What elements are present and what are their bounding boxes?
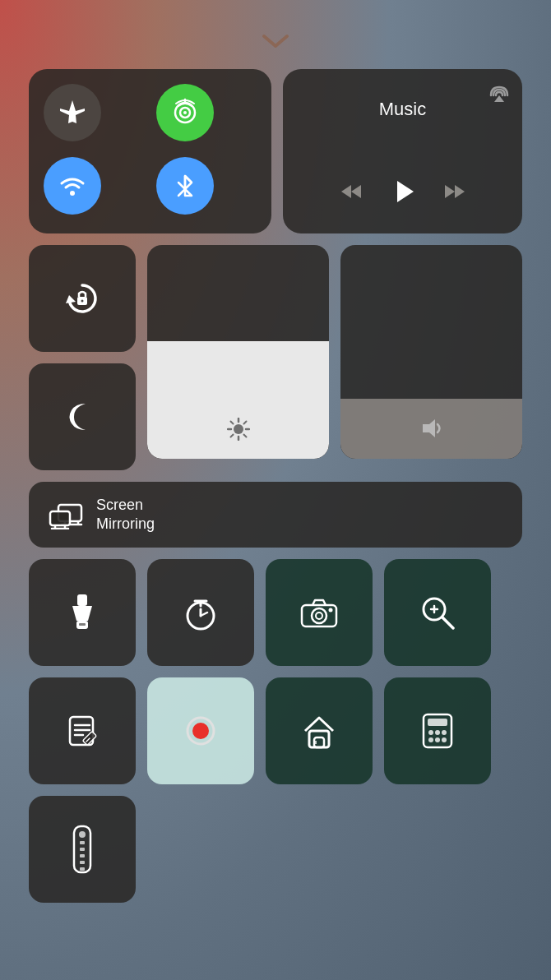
flashlight-icon xyxy=(68,594,96,631)
screen-mirroring-row: Screen Mirroring xyxy=(29,482,522,548)
camera-button[interactable] xyxy=(266,559,373,666)
svg-point-58 xyxy=(192,723,209,739)
screen-mirroring-label-line1: Screen xyxy=(96,496,155,515)
row-connectivity-music: Music xyxy=(29,69,522,233)
notes-button[interactable] xyxy=(29,677,136,784)
volume-slider[interactable] xyxy=(340,245,522,459)
music-title: Music xyxy=(379,99,426,120)
rotation-lock-icon xyxy=(61,277,104,320)
screen-mirroring-icon xyxy=(49,500,85,529)
svg-point-2 xyxy=(183,111,187,114)
play-button[interactable] xyxy=(387,176,419,207)
svg-line-21 xyxy=(230,422,233,424)
svg-rect-72 xyxy=(80,841,85,844)
screen-mirroring-button[interactable]: Screen Mirroring xyxy=(29,482,522,548)
svg-rect-30 xyxy=(50,511,70,525)
camera-icon xyxy=(300,597,338,628)
remote-icon xyxy=(70,825,95,874)
record-icon xyxy=(183,714,218,748)
svg-point-45 xyxy=(316,612,322,619)
calculator-icon xyxy=(422,713,453,749)
magnifier-button[interactable] xyxy=(384,559,491,666)
bluetooth-icon xyxy=(170,171,200,201)
chevron-container[interactable] xyxy=(259,33,292,53)
rotation-lock-button[interactable] xyxy=(29,245,136,352)
svg-rect-34 xyxy=(77,594,87,606)
cellular-button[interactable] xyxy=(156,84,214,141)
svg-marker-10 xyxy=(397,181,414,202)
row-notes-record-home-calc xyxy=(29,677,522,784)
volume-icon xyxy=(419,416,444,444)
home-button[interactable] xyxy=(266,677,373,784)
svg-point-65 xyxy=(435,730,440,735)
chevron-down-icon xyxy=(259,33,292,49)
magnifier-icon xyxy=(419,594,456,631)
brightness-icon xyxy=(227,418,250,444)
fastforward-button[interactable] xyxy=(442,178,468,205)
svg-rect-76 xyxy=(80,867,85,871)
control-center: Music xyxy=(29,69,522,903)
calculator-button[interactable] xyxy=(384,677,491,784)
sliders-container xyxy=(147,245,522,470)
svg-marker-13 xyxy=(66,295,76,303)
row-flashlight-timer-camera-magnifier xyxy=(29,559,522,666)
svg-point-44 xyxy=(312,608,326,623)
svg-marker-25 xyxy=(423,419,435,437)
svg-point-46 xyxy=(329,608,333,612)
notes-icon xyxy=(65,714,100,748)
svg-line-48 xyxy=(442,617,453,628)
svg-rect-63 xyxy=(428,719,447,726)
svg-rect-37 xyxy=(79,623,86,626)
screen-mirroring-label-line2: Mirroring xyxy=(96,515,155,534)
svg-point-71 xyxy=(79,831,86,838)
brightness-slider[interactable] xyxy=(147,245,329,459)
flashlight-button[interactable] xyxy=(29,559,136,666)
svg-point-16 xyxy=(234,424,243,434)
svg-rect-59 xyxy=(309,731,329,747)
svg-point-64 xyxy=(428,730,433,735)
airplane-icon xyxy=(58,98,87,127)
svg-line-22 xyxy=(243,435,246,437)
home-icon xyxy=(302,713,336,749)
airplane-mode-button[interactable] xyxy=(44,84,101,141)
timer-button[interactable] xyxy=(147,559,254,666)
svg-marker-12 xyxy=(455,185,465,198)
svg-marker-9 xyxy=(351,185,361,198)
do-not-disturb-button[interactable] xyxy=(29,363,136,470)
timer-icon xyxy=(183,594,219,631)
svg-rect-73 xyxy=(80,848,85,851)
bluetooth-button[interactable] xyxy=(156,157,214,215)
svg-line-23 xyxy=(243,422,246,424)
wifi-button[interactable] xyxy=(44,157,101,215)
cellular-icon xyxy=(170,98,200,127)
svg-rect-74 xyxy=(80,854,85,858)
row-remote xyxy=(29,796,522,903)
airplay-icon[interactable] xyxy=(488,81,511,107)
svg-marker-8 xyxy=(341,185,351,198)
apple-tv-remote-button[interactable] xyxy=(29,796,136,903)
svg-rect-75 xyxy=(80,861,85,864)
svg-point-4 xyxy=(70,191,75,196)
music-panel[interactable]: Music xyxy=(283,69,522,233)
music-controls xyxy=(338,176,468,207)
svg-point-15 xyxy=(81,300,84,303)
moon-icon xyxy=(61,395,104,438)
wifi-icon xyxy=(58,171,87,201)
svg-point-66 xyxy=(442,730,447,735)
svg-point-68 xyxy=(435,737,440,742)
row-toggles-sliders xyxy=(29,245,522,470)
svg-marker-35 xyxy=(72,606,92,621)
svg-line-24 xyxy=(230,435,233,437)
svg-marker-11 xyxy=(445,185,455,198)
connectivity-panel xyxy=(29,69,271,233)
rewind-button[interactable] xyxy=(338,178,364,205)
svg-point-67 xyxy=(428,737,433,742)
svg-point-69 xyxy=(442,737,447,742)
screen-record-button[interactable] xyxy=(147,677,254,784)
screen-mirroring-text: Screen Mirroring xyxy=(96,496,155,534)
